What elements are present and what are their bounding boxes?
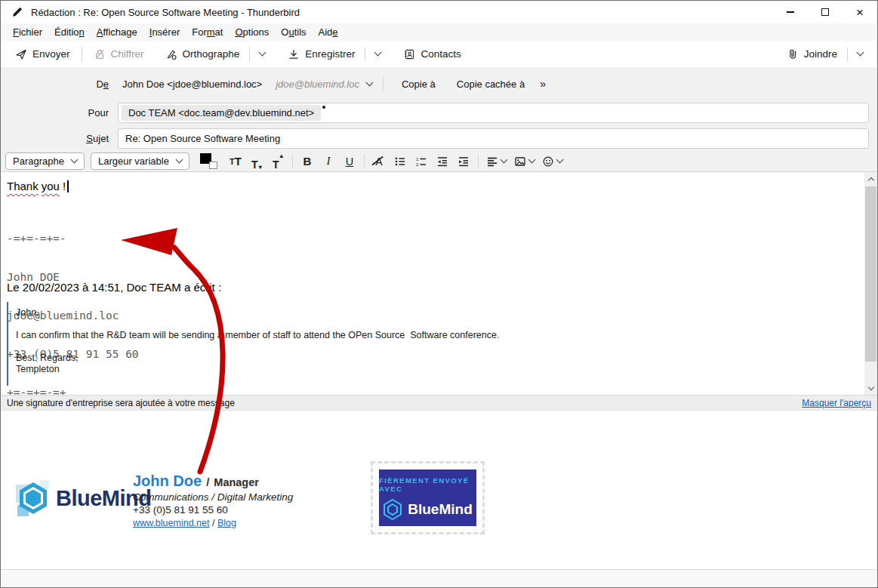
text-color-picker[interactable]	[200, 153, 218, 169]
signature-notice: Une signature d'entreprise sera ajoutée …	[7, 398, 235, 408]
numbered-list-icon: 12	[415, 155, 427, 168]
quote-line: John,	[16, 307, 847, 319]
hide-preview-link[interactable]: Masquer l'aperçu	[802, 398, 871, 408]
compose-toolbar: Envoyer Chiffrer Orthographe Enregistrer…	[1, 41, 877, 67]
subject-label: Sujet	[1, 133, 118, 144]
chevron-down-icon	[500, 156, 507, 164]
from-address[interactable]: John Doe <jdoe@bluemind.loc>	[122, 79, 262, 90]
lock-icon	[94, 48, 106, 60]
close-icon: ×	[856, 6, 864, 19]
encrypt-button[interactable]: Chiffrer	[87, 44, 151, 65]
alignment-dropdown[interactable]	[483, 152, 510, 171]
menu-inserer[interactable]: Insérer	[143, 24, 186, 40]
text-caret	[67, 180, 69, 192]
font-select[interactable]: Largeur variable	[91, 152, 189, 170]
greeting-line: Thankyou!	[7, 180, 69, 192]
paragraph-format-select[interactable]: Paragraphe	[5, 152, 85, 170]
editor-scrollbar[interactable]	[864, 172, 877, 395]
quote-line: Templeton	[16, 364, 847, 375]
chevron-down-icon	[71, 156, 79, 164]
attach-button[interactable]: Joindre	[780, 44, 844, 65]
minimize-button[interactable]	[773, 1, 808, 23]
website-link[interactable]: www.bluemind.net	[133, 518, 209, 528]
blog-link[interactable]: Blog	[217, 518, 236, 528]
signature-department: Communications / Digital Marketing	[133, 491, 293, 503]
signature-role: Manager	[214, 476, 259, 488]
underline-button[interactable]: U	[340, 152, 359, 171]
insert-image-dropdown[interactable]	[511, 152, 538, 171]
menu-bar: Fichier Édition Affichage Insérer Format…	[1, 23, 877, 41]
attach-dropdown-button[interactable]	[851, 48, 870, 60]
save-button[interactable]: Enregistrer	[281, 44, 362, 65]
misspelled-word: you	[42, 180, 60, 192]
paperclip-icon	[787, 48, 799, 60]
menu-format[interactable]: Format	[186, 24, 229, 40]
signature-card: John Doe / Manager Communications / Digi…	[133, 473, 293, 528]
menu-outils[interactable]: Outils	[275, 24, 312, 40]
remove-formatting-button[interactable]: A	[369, 152, 389, 171]
outdent-icon	[436, 155, 448, 168]
chevron-down-icon	[857, 49, 864, 57]
close-button[interactable]: ×	[843, 1, 877, 23]
spellcheck-dropdown-button[interactable]	[253, 48, 272, 60]
maximize-button[interactable]	[808, 1, 843, 23]
formatting-toolbar: Paragraphe Largeur variable TT T▾ T▴ B I…	[1, 151, 877, 172]
chevron-down-icon	[259, 49, 266, 57]
quote-attribution: Le 20/02/2023 à 14:51, Doc TEAM a écrit …	[7, 281, 221, 294]
scroll-down-button[interactable]	[864, 382, 877, 395]
compose-editor[interactable]: Thankyou! -=+=-=+=- John DOE jdoe@bluemi…	[1, 172, 877, 395]
menu-affichage[interactable]: Affichage	[91, 24, 143, 40]
from-identity: jdoe@bluemind.loc	[276, 79, 359, 90]
address-book-icon	[403, 48, 415, 60]
bcc-button[interactable]: Copie cachée à	[449, 75, 532, 93]
smiley-icon	[542, 155, 554, 168]
outdent-button[interactable]	[433, 152, 452, 171]
align-icon	[486, 155, 498, 168]
from-label: De	[1, 79, 118, 90]
increase-font-button[interactable]: T▴	[268, 152, 288, 171]
quote-line: I can confirm that the R&D team will be …	[16, 330, 847, 341]
menu-options[interactable]: Options	[229, 24, 275, 40]
signature-status-bar: Une signature d'entreprise sera ajoutée …	[1, 395, 877, 411]
cc-button[interactable]: Copie à	[394, 75, 443, 93]
pencil-icon	[11, 6, 23, 18]
chevron-down-icon	[528, 156, 535, 164]
spellcheck-icon	[165, 48, 177, 60]
indent-button[interactable]	[454, 152, 473, 171]
quote-line: Best, Regards,	[16, 352, 847, 364]
to-input[interactable]: Doc TEAM <doc.team@dev.bluemind.net>	[118, 103, 869, 123]
subject-value: Re: Open Source Software Meeting	[122, 133, 280, 144]
subject-input[interactable]: Re: Open Source Software Meeting	[118, 128, 869, 149]
bullet-list-button[interactable]	[390, 152, 410, 171]
compose-window: { "window": { "title": "Rédaction : Re: …	[0, 0, 878, 588]
decrease-font-button[interactable]: T▾	[247, 152, 266, 171]
spellcheck-button[interactable]: Orthographe	[159, 44, 247, 65]
signature-name: John Doe	[133, 473, 202, 490]
send-button[interactable]: Envoyer	[8, 44, 77, 65]
more-recipients-button[interactable]: »	[532, 76, 553, 91]
save-dropdown-button[interactable]	[368, 48, 387, 60]
menu-fichier[interactable]: Fichier	[7, 24, 48, 40]
bluemind-logo: BlueMind	[16, 480, 152, 516]
menu-aide[interactable]: Aide	[313, 24, 344, 40]
italic-button[interactable]: I	[319, 152, 338, 171]
scroll-up-button[interactable]	[864, 172, 877, 185]
bluemind-hexagon-icon	[16, 480, 49, 516]
numbered-list-button[interactable]: 12	[411, 152, 431, 171]
recipient-pill[interactable]: Doc TEAM <doc.team@dev.bluemind.net>	[122, 105, 321, 121]
font-size-button[interactable]: TT	[226, 152, 245, 171]
stamp-wordmark: BlueMind	[408, 501, 473, 518]
identity-chevron-icon[interactable]	[366, 79, 374, 86]
smiley-dropdown[interactable]	[539, 152, 565, 171]
menu-edition[interactable]: Édition	[48, 24, 91, 40]
window-title: Rédaction : Re: Open Source Software Mee…	[31, 7, 300, 18]
minimize-icon	[787, 11, 794, 13]
contacts-button[interactable]: Contacts	[396, 44, 467, 65]
to-label: Pour	[1, 107, 118, 119]
recipient-card-dot	[322, 106, 325, 109]
image-icon	[514, 155, 526, 168]
scrollbar-thumb[interactable]	[865, 186, 876, 362]
bold-button[interactable]: B	[297, 152, 317, 171]
title-bar: Rédaction : Re: Open Source Software Mee…	[1, 1, 877, 23]
maximize-icon	[821, 8, 829, 16]
